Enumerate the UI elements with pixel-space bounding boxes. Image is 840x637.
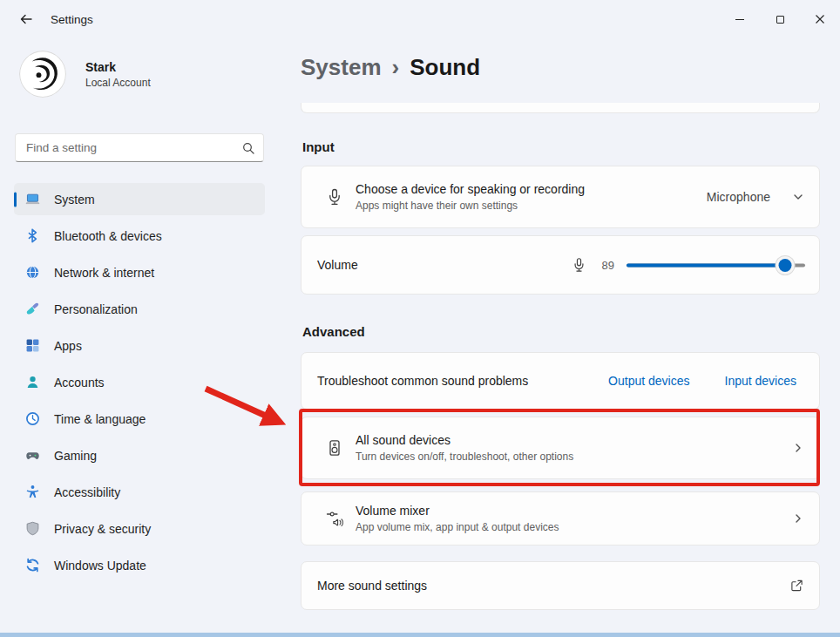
input-device-selected-value: Microphone — [707, 190, 770, 204]
search-box[interactable] — [15, 133, 264, 162]
page-title: Sound — [410, 54, 480, 81]
breadcrumb: System › Sound — [301, 54, 480, 81]
window-controls — [720, 0, 840, 38]
window-bottom-edge — [0, 633, 840, 637]
window-title: Settings — [51, 13, 93, 26]
input-device-title: Choose a device for speaking or recordin… — [356, 182, 585, 196]
volume-mixer-text: Volume mixer App volume mix, app input &… — [356, 504, 559, 533]
bluetooth-icon — [25, 228, 40, 243]
more-sound-settings-row[interactable]: More sound settings — [301, 561, 820, 610]
clock-icon — [25, 411, 40, 426]
sidebar-item-label: Accessibility — [54, 485, 120, 499]
input-device-text: Choose a device for speaking or recordin… — [356, 182, 585, 212]
user-account-type: Local Account — [85, 77, 151, 89]
volume-mixer-icon — [326, 510, 343, 527]
volume-mixer-subtitle: App volume mix, app input & output devic… — [356, 521, 559, 533]
shield-icon — [25, 521, 40, 536]
accounts-person-icon — [25, 375, 40, 390]
troubleshoot-links: Output devices Input devices — [608, 374, 796, 388]
minimize-button[interactable] — [720, 0, 760, 38]
sidebar-item-apps[interactable]: Apps — [14, 329, 265, 362]
output-devices-link[interactable]: Output devices — [608, 374, 689, 388]
sidebar-item-label: Apps — [54, 339, 82, 353]
section-header-advanced: Advanced — [302, 324, 365, 339]
accessibility-person-icon — [25, 485, 40, 499]
speaker-device-icon — [326, 439, 343, 457]
volume-value: 89 — [599, 259, 614, 272]
volume-label: Volume — [317, 258, 358, 272]
chevron-down-icon — [793, 192, 803, 202]
sidebar-item-accessibility[interactable]: Accessibility — [14, 476, 265, 508]
input-volume-row: Volume 89 — [301, 235, 820, 295]
input-device-row: Choose a device for speaking or recordin… — [301, 166, 820, 228]
troubleshoot-title: Troubleshoot common sound problems — [317, 374, 528, 388]
sidebar-item-system[interactable]: System — [14, 183, 265, 215]
input-devices-link[interactable]: Input devices — [725, 374, 797, 388]
sidebar: Stark Local Account System Bluetooth & d… — [0, 38, 288, 637]
chevron-right-icon — [793, 443, 803, 453]
input-device-dropdown[interactable]: Microphone — [707, 190, 803, 204]
maximize-icon — [776, 16, 784, 24]
all-sound-devices-title: All sound devices — [356, 433, 573, 447]
input-device-subtitle: Apps might have their own settings — [356, 200, 585, 212]
chevron-right-icon — [793, 513, 803, 524]
sidebar-item-windows-update[interactable]: Windows Update — [14, 549, 265, 581]
gamepad-icon — [25, 448, 40, 463]
sidebar-item-accounts[interactable]: Accounts — [14, 366, 265, 398]
user-profile[interactable]: Stark Local Account — [19, 51, 151, 98]
troubleshoot-row: Troubleshoot common sound problems Outpu… — [301, 352, 820, 410]
selected-indicator — [14, 192, 17, 207]
personalization-brush-icon — [25, 302, 40, 316]
scrolled-card-fragment — [301, 103, 820, 113]
section-header-input: Input — [302, 139, 335, 154]
volume-mixer-title: Volume mixer — [356, 504, 559, 518]
sidebar-item-label: Personalization — [54, 302, 138, 316]
avatar — [19, 51, 66, 98]
more-sound-settings-title: More sound settings — [317, 579, 427, 593]
volume-slider-fill — [627, 263, 785, 267]
volume-controls: 89 — [572, 258, 805, 273]
sidebar-item-label: Network & internet — [54, 266, 154, 280]
sidebar-item-label: Time & language — [54, 412, 146, 426]
close-button[interactable] — [800, 0, 840, 38]
back-arrow-icon — [19, 12, 33, 26]
sidebar-item-label: Privacy & security — [54, 522, 151, 536]
settings-window: Settings Stark Local Account — [0, 0, 840, 637]
volume-mixer-row[interactable]: Volume mixer App volume mix, app input &… — [301, 491, 820, 546]
update-refresh-icon — [25, 558, 40, 573]
microphone-icon — [326, 188, 343, 206]
sidebar-item-label: Accounts — [54, 376, 105, 390]
user-name: Stark — [85, 60, 151, 74]
sidebar-item-label: Bluetooth & devices — [54, 229, 162, 243]
sidebar-item-personalization[interactable]: Personalization — [14, 293, 265, 325]
sidebar-item-label: Gaming — [54, 449, 97, 463]
system-icon — [25, 192, 40, 207]
sidebar-item-privacy-security[interactable]: Privacy & security — [14, 512, 265, 545]
sidebar-item-time-language[interactable]: Time & language — [14, 403, 265, 435]
all-sound-devices-text: All sound devices Turn devices on/off, t… — [356, 433, 573, 463]
search-icon — [242, 142, 254, 154]
close-icon — [815, 14, 825, 24]
main-content: System › Sound Input Choose a device for… — [301, 38, 820, 637]
sidebar-nav: System Bluetooth & devices Network & int… — [14, 183, 265, 586]
back-button[interactable] — [12, 6, 40, 32]
volume-slider-thumb[interactable] — [779, 259, 792, 272]
all-sound-devices-subtitle: Turn devices on/off, troubleshoot, other… — [356, 451, 573, 463]
sidebar-item-network-internet[interactable]: Network & internet — [14, 256, 265, 288]
breadcrumb-parent[interactable]: System — [301, 54, 382, 81]
sidebar-item-label: Windows Update — [54, 559, 146, 573]
sidebar-item-gaming[interactable]: Gaming — [14, 439, 265, 471]
sidebar-item-label: System — [54, 193, 95, 207]
all-sound-devices-row[interactable]: All sound devices Turn devices on/off, t… — [301, 417, 820, 479]
user-info: Stark Local Account — [85, 60, 151, 89]
external-link-icon — [790, 579, 803, 593]
mic-small-icon — [572, 258, 586, 273]
apps-grid-icon — [25, 338, 40, 353]
search-input[interactable] — [16, 134, 242, 161]
volume-slider[interactable] — [627, 258, 805, 272]
breadcrumb-separator: › — [392, 54, 400, 81]
titlebar: Settings — [0, 0, 840, 38]
network-globe-icon — [25, 265, 40, 280]
maximize-button[interactable] — [760, 0, 800, 38]
sidebar-item-bluetooth-devices[interactable]: Bluetooth & devices — [14, 220, 265, 252]
